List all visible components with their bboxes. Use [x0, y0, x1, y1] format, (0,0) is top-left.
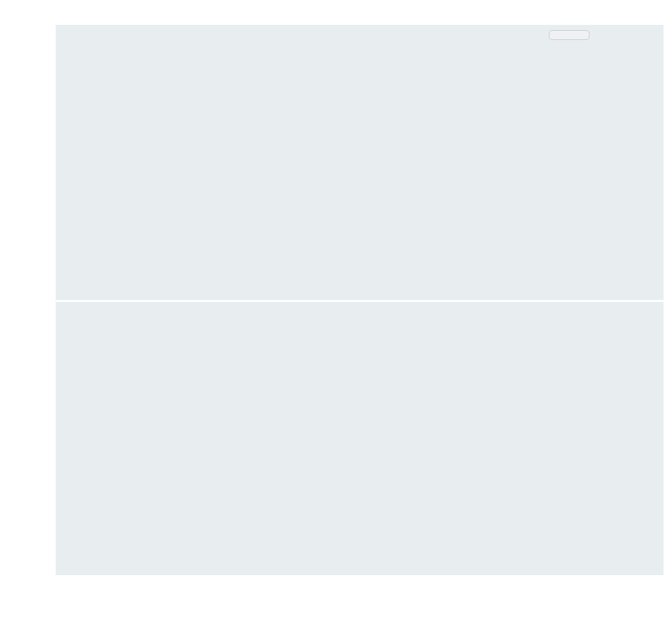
bottom-plot-area: [56, 302, 663, 575]
bottom-plot-canvas: [56, 302, 663, 575]
legend-line-sample: [557, 34, 576, 36]
top-plot-area: [56, 25, 663, 300]
figure: [0, 0, 672, 617]
legend: [549, 30, 589, 40]
top-plot-canvas: [56, 25, 663, 300]
